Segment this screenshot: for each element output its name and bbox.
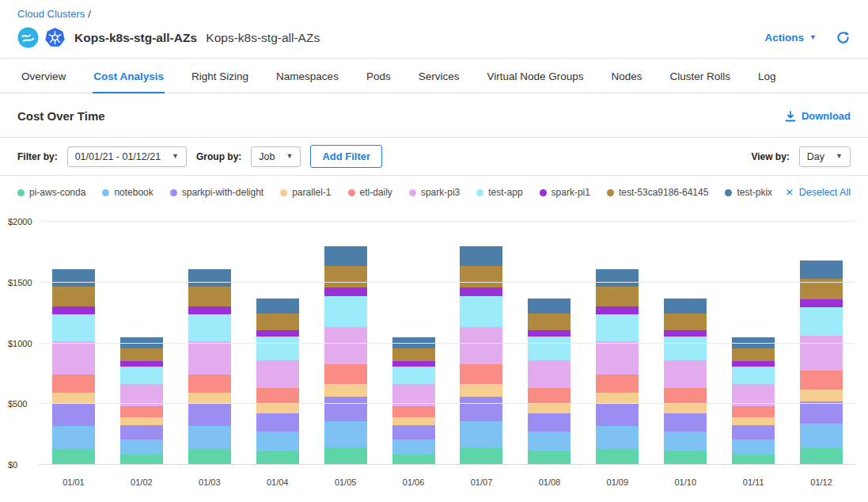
stacked-bar-01/02[interactable] [120,222,163,465]
date-range-select[interactable]: 01/01/21 - 01/12/21 ▼ [67,146,187,167]
bar-segment-test-53ca9186-64145 [732,348,775,361]
tab-namespaces[interactable]: Namespaces [275,59,339,93]
legend-dot-icon [348,189,355,196]
legend: pi-aws-condanotebooksparkpi-with-delight… [0,176,868,203]
y-tick-label: $500 [8,399,27,409]
legend-item-etl-daily[interactable]: etl-daily [348,187,392,198]
stacked-bar-01/07[interactable] [460,222,502,465]
bar-segment-sparkpi-with-delight [596,404,639,425]
bar-segment-sparkpi-with-delight [664,413,707,432]
bar-segment-test-53ca9186-64145 [52,287,95,306]
legend-label: test-53ca9186-64145 [619,187,708,198]
stacked-bar-01/06[interactable] [392,222,435,465]
bar-segment-notebook [188,426,231,450]
gridline [40,221,855,222]
legend-dot-icon [476,189,483,196]
tab-nodes[interactable]: Nodes [611,59,643,93]
legend-item-parallel-1[interactable]: parallel-1 [280,187,331,198]
bar-segment-etl-daily [52,375,95,392]
actions-label: Actions [765,32,805,44]
add-filter-button[interactable]: Add Filter [310,145,382,168]
bar-segment-sparkpi-with-delight [324,397,367,420]
chevron-down-icon: ▼ [286,153,294,160]
legend-item-notebook[interactable]: notebook [102,187,153,198]
bar-segment-pi-aws-conda [528,451,570,465]
page-header: Kops-k8s-stg-all-AZs Kops-k8s-stg-all-AZ… [0,21,868,59]
legend-item-pi-aws-conda[interactable]: pi-aws-conda [17,187,85,198]
bar-slot [40,222,108,465]
legend-item-sparkpi-with-delight[interactable]: sparkpi-with-delight [170,187,263,198]
bar-segment-pi-aws-conda [460,447,502,465]
bar-segment-parallel-1 [732,417,775,425]
legend-item-test-app[interactable]: test-app [476,187,522,198]
bar-segment-sparkpi-with-delight [392,425,435,439]
tab-overview[interactable]: Overview [21,59,66,93]
legend-label: spark-pi3 [421,187,460,198]
date-range-value: 01/01/21 - 01/12/21 [75,151,161,162]
view-by-label: View by: [751,151,789,162]
deselect-all-button[interactable]: ✕ Deselect All [786,187,851,198]
bar-segment-test-pkix [528,299,570,314]
x-tick-label: 01/03 [176,470,244,487]
legend-item-spark-pi1[interactable]: spark-pi1 [540,187,590,198]
bar-segment-notebook [664,432,707,451]
legend-label: notebook [114,187,153,198]
legend-dot-icon [725,189,732,196]
bar-segment-pi-aws-conda [324,447,367,465]
breadcrumb-link[interactable]: Cloud Clusters [17,8,85,20]
tab-log[interactable]: Log [757,59,777,93]
tab-virtual-node-groups[interactable]: Virtual Node Groups [486,59,584,93]
tab-cost-analysis[interactable]: Cost Analysis [93,59,165,93]
stacked-bar-01/05[interactable] [324,222,367,465]
stacked-bar-01/11[interactable] [732,222,775,465]
bar-segment-test-pkix [52,269,95,287]
bar-segment-test-pkix [188,269,231,287]
stacked-bar-01/01[interactable] [52,222,95,465]
x-tick-label: 01/10 [651,470,719,487]
legend-item-test-53ca9186-64145[interactable]: test-53ca9186-64145 [607,187,708,198]
chart-plot [40,222,855,465]
x-tick-label: 01/11 [719,470,787,487]
stacked-bar-01/10[interactable] [664,222,707,465]
stacked-bar-01/03[interactable] [188,222,231,465]
download-icon [785,111,796,122]
tab-cluster-rolls[interactable]: Cluster Rolls [669,59,732,93]
tab-services[interactable]: Services [418,59,461,93]
stacked-bar-01/04[interactable] [256,222,299,465]
bar-segment-spark-pi3 [460,327,502,364]
bar-segment-notebook [800,424,843,448]
group-by-select[interactable]: Job ▼ [251,146,301,167]
bar-slot [312,222,380,465]
view-by-value: Day [807,151,824,162]
bar-segment-test-app [256,337,299,359]
bar-segment-parallel-1 [120,417,163,425]
x-tick-label: 01/06 [380,470,448,487]
group-by-label: Group by: [196,151,241,162]
tab-right-sizing[interactable]: Right Sizing [191,59,249,93]
legend-item-test-pkix[interactable]: test-pkix [725,187,772,198]
bar-segment-sparkpi-with-delight [460,397,502,420]
bar-segment-pi-aws-conda [664,451,707,465]
tabs: OverviewCost AnalysisRight SizingNamespa… [0,59,868,93]
bar-segment-pi-aws-conda [52,449,95,465]
refresh-icon[interactable] [836,30,851,45]
bar-segment-pi-aws-conda [188,449,231,465]
bar-segment-pi-aws-conda [256,451,299,465]
tab-pods[interactable]: Pods [366,59,392,93]
view-by-select[interactable]: Day ▼ [799,146,851,167]
actions-button[interactable]: Actions ▼ [765,32,817,44]
bar-segment-notebook [528,432,570,451]
legend-item-spark-pi3[interactable]: spark-pi3 [409,187,460,198]
bar-segment-etl-daily [596,375,639,392]
stacked-bar-01/09[interactable] [596,222,639,465]
bar-segment-parallel-1 [460,384,502,397]
bar-segment-etl-daily [800,371,843,389]
bar-segment-test-app [460,296,502,327]
bar-segment-spark-pi1 [188,306,231,314]
breadcrumb-separator: / [88,8,91,20]
download-button[interactable]: Download [785,110,851,122]
stacked-bar-01/08[interactable] [528,222,570,465]
bar-segment-test-pkix [460,246,502,266]
stacked-bar-01/12[interactable] [800,222,843,465]
x-tick-label: 01/07 [448,470,516,487]
